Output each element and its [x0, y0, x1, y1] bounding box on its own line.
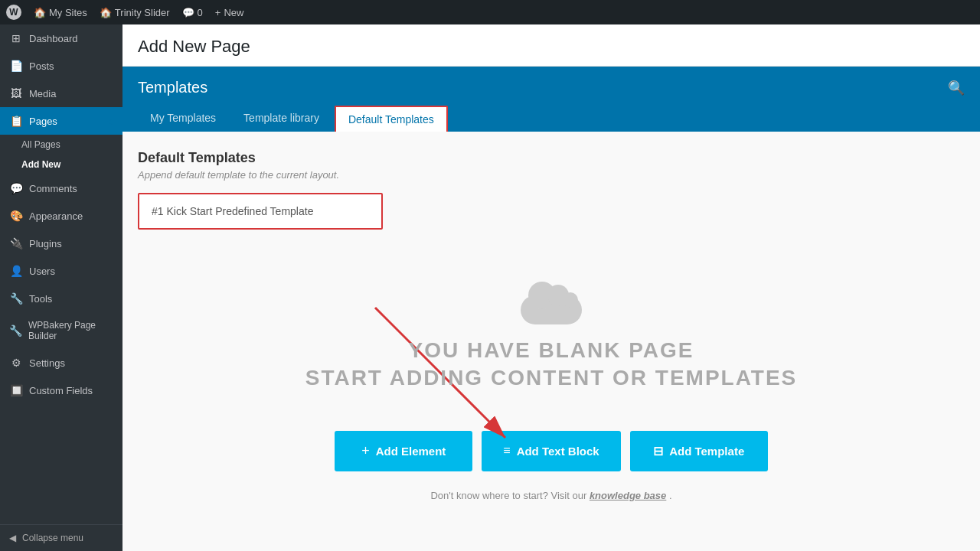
page-header: Add New Page	[122, 24, 980, 67]
tab-default-templates[interactable]: Default Templates	[335, 106, 448, 132]
sidebar-item-wpbakery[interactable]: 🔧 WPBakery Page Builder	[0, 312, 122, 349]
pages-arrow-icon: ◀	[107, 117, 113, 126]
main-layout: ⊞ Dashboard 📄 Posts 🖼 Media 📋 Pages ◀ Al…	[0, 24, 980, 551]
trinity-icon: 🏠	[100, 7, 112, 18]
new-link[interactable]: + New	[215, 7, 244, 18]
blank-page-area: YOU HAVE BLANK PAGE START ADDING CONTENT…	[122, 248, 980, 431]
sidebar-item-dashboard[interactable]: ⊞ Dashboard	[0, 24, 122, 52]
wpbakery-icon: 🔧	[9, 324, 22, 337]
custom-fields-icon: 🔲	[9, 384, 23, 396]
admin-bar: W 🏠 My Sites 🏠 Trinity Slider 💬 0 + New	[0, 0, 980, 24]
home-icon: 🏠	[34, 7, 46, 18]
default-templates-section: Default Templates Append default templat…	[122, 132, 980, 248]
settings-icon: ⚙	[9, 357, 23, 369]
add-text-block-icon: ≡	[503, 444, 510, 458]
plugins-icon: 🔌	[9, 237, 23, 249]
sidebar-item-custom-fields[interactable]: 🔲 Custom Fields	[0, 377, 122, 404]
sidebar-item-add-new[interactable]: Add New	[0, 155, 122, 174]
sidebar-item-comments[interactable]: 💬 Comments	[0, 174, 122, 202]
dashboard-icon: ⊞	[9, 32, 23, 44]
sidebar-collapse: ◀ Collapse menu	[0, 524, 122, 551]
builder-area: Default Templates Append default templat…	[122, 132, 980, 551]
users-icon: 👤	[9, 265, 23, 277]
collapse-menu-button[interactable]: ◀ Collapse menu	[0, 525, 122, 551]
knowledge-base-link[interactable]: knowledge base	[590, 490, 666, 501]
default-templates-title: Default Templates	[138, 150, 965, 166]
templates-panel: Templates 🔍 My Templates Template librar…	[122, 67, 980, 132]
comments-icon: 💬	[9, 182, 23, 194]
page-title: Add New Page	[138, 37, 965, 57]
blank-page-text: YOU HAVE BLANK PAGE START ADDING CONTENT…	[305, 337, 798, 393]
comment-icon: 💬	[182, 7, 194, 18]
my-sites-link[interactable]: 🏠 My Sites	[34, 7, 87, 18]
sidebar-item-tools[interactable]: 🔧 Tools	[0, 285, 122, 312]
plus-icon: +	[215, 7, 221, 18]
default-templates-subtitle: Append default template to the current l…	[138, 169, 965, 181]
collapse-icon: ◀	[9, 533, 16, 543]
sidebar-item-settings[interactable]: ⚙ Settings	[0, 349, 122, 377]
templates-panel-title: Templates	[138, 79, 207, 96]
add-element-icon: +	[361, 443, 370, 459]
tab-template-library[interactable]: Template library	[231, 106, 332, 132]
media-icon: 🖼	[9, 87, 23, 99]
sidebar-item-plugins[interactable]: 🔌 Plugins	[0, 230, 122, 257]
sidebar-item-pages[interactable]: 📋 Pages ◀	[0, 107, 122, 135]
add-template-icon: ⊟	[653, 444, 663, 458]
sidebar: ⊞ Dashboard 📄 Posts 🖼 Media 📋 Pages ◀ Al…	[0, 24, 122, 551]
trinity-slider-link[interactable]: 🏠 Trinity Slider	[100, 7, 170, 18]
add-element-button[interactable]: + Add Element	[335, 431, 472, 471]
wp-logo[interactable]: W	[6, 5, 21, 20]
pages-icon: 📋	[9, 115, 23, 127]
search-icon[interactable]: 🔍	[948, 80, 965, 96]
cloud-icon	[513, 279, 590, 324]
tab-my-templates[interactable]: My Templates	[138, 106, 228, 132]
tools-icon: 🔧	[9, 292, 23, 305]
content-area: Add New Page Templates 🔍 My Templates Te…	[122, 24, 980, 551]
help-text: Don't know where to start? Visit our kno…	[122, 484, 980, 514]
template-kick-start[interactable]: #1 Kick Start Predefined Template	[138, 193, 383, 230]
add-text-block-button[interactable]: ≡ Add Text Block	[482, 431, 620, 471]
comments-link[interactable]: 💬 0	[182, 7, 203, 18]
add-template-button[interactable]: ⊟ Add Template	[630, 431, 768, 471]
sidebar-item-appearance[interactable]: 🎨 Appearance	[0, 202, 122, 230]
templates-header: Templates 🔍	[122, 67, 980, 96]
posts-icon: 📄	[9, 60, 23, 72]
sidebar-item-media[interactable]: 🖼 Media	[0, 80, 122, 107]
appearance-icon: 🎨	[9, 210, 23, 222]
sidebar-item-users[interactable]: 👤 Users	[0, 257, 122, 285]
action-buttons: + Add Element ≡ Add Text Block ⊟ Add Tem…	[122, 431, 980, 484]
templates-tabs: My Templates Template library Default Te…	[122, 96, 980, 132]
sidebar-item-posts[interactable]: 📄 Posts	[0, 52, 122, 80]
sidebar-item-all-pages[interactable]: All Pages	[0, 135, 122, 155]
